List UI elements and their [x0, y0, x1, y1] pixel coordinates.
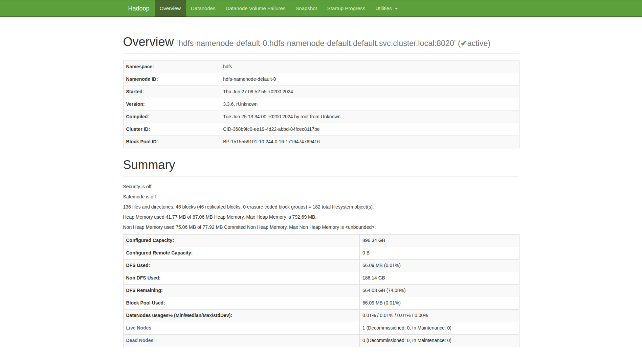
summary-line: Non Heap Memory used 75.06 MB of 77.92 M… [123, 224, 519, 231]
nav-item-overview: Overview [155, 0, 186, 17]
summary-line: Heap Memory used 41.77 MB of 87.06 MB He… [123, 214, 519, 221]
page-title-text: Overview [123, 35, 174, 49]
table-row: Configured Capacity:896.34 GB [123, 234, 519, 247]
caret-down-icon [395, 8, 398, 9]
nav-item-label: Utilities [375, 5, 392, 11]
row-value: CID-368b9fc0-ee19-4d22-abbd-84fcec8117be [220, 123, 519, 136]
main-content: Overview 'hdfs-namenode-default-0.hdfs-n… [118, 34, 524, 347]
nav-item-label: Startup Progress [327, 5, 366, 11]
row-value: 186.14 GB [359, 272, 519, 284]
navbar-container: Hadoop Overview Datanodes Datanode Volum… [118, 0, 524, 17]
namenode-address: 'hdfs-namenode-default-0.hdfs-namenode-d… [177, 39, 491, 48]
row-value: 0.01% / 0.01% / 0.01% / 0.00% [359, 309, 519, 322]
row-value: 664.03 GB (74.08%) [359, 284, 519, 297]
row-label: Started: [123, 86, 220, 98]
row-label: Configured Remote Capacity: [123, 247, 359, 259]
navbar: Hadoop Overview Datanodes Datanode Volum… [0, 0, 642, 17]
row-label: DFS Used: [123, 259, 359, 272]
row-label: DFS Remaining: [123, 284, 359, 297]
status-badge: (✔active) [458, 39, 490, 48]
summary-text: Security is off.Safemode is off.136 file… [123, 184, 519, 231]
row-label: Namespace: [123, 61, 220, 73]
table-row: Live Nodes1 (Decommissioned: 0, In Maint… [123, 322, 519, 334]
row-value: 0 (Decommissioned: 0, In Maintenance: 0) [359, 334, 519, 347]
nav-item-startup-progress: Startup Progress [322, 0, 371, 17]
nav-item-label: Snapshot [295, 5, 317, 11]
nav-item-label: Datanode Volume Failures [226, 5, 286, 11]
table-row: Cluster ID:CID-368b9fc0-ee19-4d22-abbd-8… [123, 123, 519, 136]
table-row: Block Pool Used:66.09 MB (0.01%) [123, 297, 519, 309]
nav-item-utilities: Utilities [370, 0, 403, 17]
summary-line: Security is off. [123, 184, 519, 190]
table-row: Non DFS Used:186.14 GB [123, 272, 519, 284]
navbar-menu: Overview Datanodes Datanode Volume Failu… [155, 0, 403, 17]
row-label: Live Nodes [123, 322, 359, 334]
row-label: Configured Capacity: [123, 234, 359, 247]
row-label: Block Pool ID: [123, 136, 220, 148]
row-value: hdfs-namenode-default-0 [220, 73, 519, 86]
summary-line: 136 files and directories, 46 blocks (46… [123, 204, 519, 211]
row-value: hdfs [220, 61, 519, 73]
row-label: Cluster ID: [123, 123, 220, 136]
table-row: Namenode ID:hdfs-namenode-default-0 [123, 73, 519, 86]
row-label: Namenode ID: [123, 73, 220, 86]
table-row: Block Pool ID:BP-1515559101-10.244.0.16-… [123, 136, 519, 148]
check-icon: ✔ [461, 39, 467, 48]
divider [123, 53, 519, 54]
table-row: Namespace:hdfs [123, 61, 519, 73]
row-value: BP-1515559101-10.244.0.16-1719474769416 [220, 136, 519, 148]
row-label: Block Pool Used: [123, 297, 359, 309]
nav-item-label: Datanodes [191, 5, 216, 11]
summary-heading: Summary [123, 157, 519, 172]
nav-item-datanode-volume-failures: Datanode Volume Failures [221, 0, 291, 17]
row-label: DataNodes usages% (Min/Median/Max/stdDev… [123, 309, 359, 322]
cluster-info-table: Namespace:hdfsNamenode ID:hdfs-namenode-… [123, 60, 519, 148]
table-row: Compiled:Tue Jun 25 13:34:00 +0200 2024 … [123, 111, 519, 123]
row-label: Non DFS Used: [123, 272, 359, 284]
row-value: 66.09 MB (0.01%) [359, 297, 519, 309]
nav-item-datanodes: Datanodes [186, 0, 221, 17]
row-label: Dead Nodes [123, 334, 359, 347]
summary-line: Safemode is off. [123, 194, 519, 200]
row-label: Version: [123, 98, 220, 111]
row-value: 3.3.6, rUnknown [220, 98, 519, 111]
dead-nodes-link[interactable]: Dead Nodes [126, 338, 154, 343]
row-value: Tue Jun 25 13:34:00 +0200 2024 by root f… [220, 111, 519, 123]
row-value: 66.09 MB (0.01%) [359, 259, 519, 272]
brand-link[interactable]: Hadoop [123, 0, 155, 17]
table-row: DFS Used:66.09 MB (0.01%) [123, 259, 519, 272]
table-row: Configured Remote Capacity:0 B [123, 247, 519, 259]
table-row: Version:3.3.6, rUnknown [123, 98, 519, 111]
summary-table: Configured Capacity:896.34 GBConfigured … [123, 234, 519, 347]
live-nodes-link[interactable]: Live Nodes [126, 325, 152, 331]
nav-item-snapshot: Snapshot [290, 0, 322, 17]
row-value: 0 B [359, 247, 519, 259]
divider [123, 176, 519, 177]
nav-item-label: Overview [160, 5, 181, 11]
table-row: DFS Remaining:664.03 GB (74.08%) [123, 284, 519, 297]
row-value: Thu Jun 27 09:52:55 +0200 2024 [220, 86, 519, 98]
table-row: DataNodes usages% (Min/Median/Max/stdDev… [123, 309, 519, 322]
table-row: Started:Thu Jun 27 09:52:55 +0200 2024 [123, 86, 519, 98]
row-value: 1 (Decommissioned: 0, In Maintenance: 0) [359, 322, 519, 334]
page-title: Overview 'hdfs-namenode-default-0.hdfs-n… [123, 34, 519, 49]
table-row: Dead Nodes0 (Decommissioned: 0, In Maint… [123, 334, 519, 347]
row-value: 896.34 GB [359, 234, 519, 247]
row-label: Compiled: [123, 111, 220, 123]
